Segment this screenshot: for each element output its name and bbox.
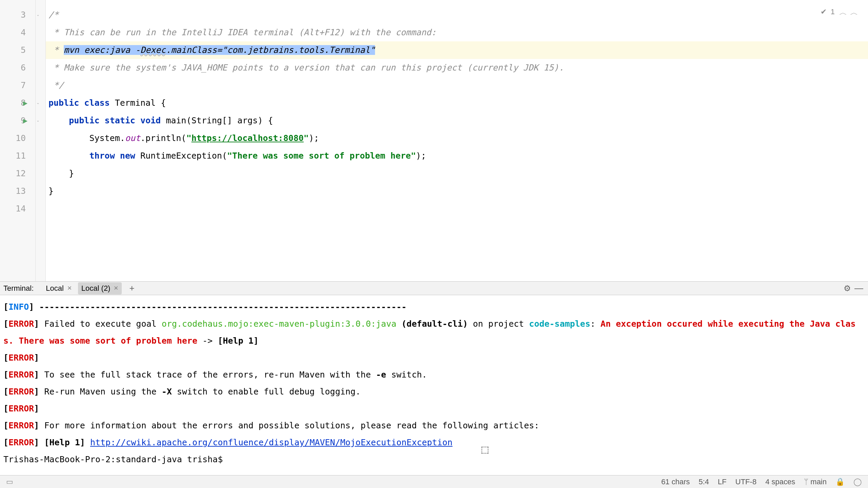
line-number[interactable]: 14 xyxy=(0,200,35,218)
close-icon[interactable]: ✕ xyxy=(67,285,72,292)
code-line[interactable]: System.out.println("https://localhost:80… xyxy=(46,129,868,147)
status-bar: ▭ 61 chars 5:4 LF UTF-8 4 spaces ᛘ main … xyxy=(0,475,868,488)
terminal-line: [ERROR] To see the full stack trace of t… xyxy=(3,366,865,383)
line-number[interactable]: 11 xyxy=(0,147,35,165)
code-line[interactable]: * mvn exec:java -Dexec.mainClass="com.je… xyxy=(46,41,868,59)
fold-toggle-icon[interactable]: ⌄ xyxy=(36,12,40,17)
terminal-tab-label: Local xyxy=(46,284,64,293)
code-line[interactable]: */ xyxy=(46,77,868,94)
terminal-tab-label: Local (2) xyxy=(81,284,111,293)
mouse-cursor-icon: ⬚ xyxy=(481,444,489,455)
fold-gutter: ⌄⌄⌄ xyxy=(36,0,46,281)
selection-chars[interactable]: 61 chars xyxy=(661,477,690,486)
terminal-line: [INFO] ---------------------------------… xyxy=(3,299,865,316)
line-number[interactable]: 13 xyxy=(0,182,35,200)
code-line[interactable]: } xyxy=(46,165,868,182)
hide-panel-button[interactable]: — xyxy=(854,283,863,293)
run-gutter-icon[interactable]: ▶ xyxy=(23,100,27,107)
editor-area: 34567▶8▶91011121314 ⌄⌄⌄ /* * This can be… xyxy=(0,0,868,281)
code-line[interactable]: public class Terminal { xyxy=(46,94,868,112)
line-separator[interactable]: LF xyxy=(718,477,727,486)
chevron-up-icon[interactable]: 〈 xyxy=(837,8,848,16)
terminal-line: [ERROR] xyxy=(3,400,865,417)
terminal-new-tab-button[interactable]: + xyxy=(124,283,139,293)
caret-position[interactable]: 5:4 xyxy=(699,477,709,486)
line-number[interactable]: 4 xyxy=(0,24,35,41)
terminal-label: Terminal: xyxy=(3,284,40,293)
tool-window-quick-access-icon[interactable]: ▭ xyxy=(6,477,13,486)
line-number[interactable]: 9 xyxy=(0,112,35,129)
indent-setting[interactable]: 4 spaces xyxy=(765,477,795,486)
code-line[interactable]: } xyxy=(46,182,868,200)
editor-inspection-widget[interactable]: ✔1 〈 〉 xyxy=(821,7,858,17)
line-number[interactable]: 3 xyxy=(0,6,35,24)
code-line[interactable]: throw new RuntimeException("There was so… xyxy=(46,147,868,165)
code-line[interactable] xyxy=(46,200,868,218)
code-line[interactable]: * Make sure the system's JAVA_HOME point… xyxy=(46,59,868,77)
terminal-panel: Terminal: Local✕Local (2)✕ + ⚙ — [INFO] … xyxy=(0,281,868,468)
terminal-output[interactable]: [INFO] ---------------------------------… xyxy=(0,295,868,468)
chevron-down-icon[interactable]: 〉 xyxy=(849,8,859,16)
inspection-count: 1 xyxy=(831,7,835,16)
line-number[interactable]: 7 xyxy=(0,77,35,94)
fold-toggle-icon[interactable]: ⌄ xyxy=(36,100,40,105)
line-number[interactable]: 10 xyxy=(0,129,35,147)
line-number[interactable]: 6 xyxy=(0,59,35,77)
line-number[interactable]: 12 xyxy=(0,165,35,182)
terminal-line: [ERROR] For more information about the e… xyxy=(3,417,865,434)
line-number-gutter: 34567▶8▶91011121314 xyxy=(0,0,36,281)
lock-icon[interactable]: 🔒 xyxy=(835,477,845,486)
code-line[interactable]: public static void main(String[] args) { xyxy=(46,112,868,129)
line-number[interactable]: 5 xyxy=(0,41,35,59)
terminal-tab[interactable]: Local✕ xyxy=(42,282,75,294)
line-number[interactable]: 8 xyxy=(0,94,35,112)
git-branch[interactable]: ᛘ main xyxy=(804,477,827,486)
terminal-line: [ERROR] Failed to execute goal org.codeh… xyxy=(3,316,865,349)
search-icon[interactable]: ◯ xyxy=(853,477,862,486)
terminal-line: Trishas-MacBook-Pro-2:standard-java tris… xyxy=(3,451,865,468)
close-icon[interactable]: ✕ xyxy=(114,285,118,292)
terminal-line: [ERROR] [Help 1] http://cwiki.apache.org… xyxy=(3,434,865,451)
terminal-tab-bar: Terminal: Local✕Local (2)✕ + ⚙ — xyxy=(0,282,868,295)
terminal-link[interactable]: http://cwiki.apache.org/confluence/displ… xyxy=(90,438,453,447)
terminal-tab[interactable]: Local (2)✕ xyxy=(78,282,122,294)
code-line[interactable]: /* xyxy=(46,6,868,24)
file-encoding[interactable]: UTF-8 xyxy=(735,477,756,486)
gear-icon[interactable]: ⚙ xyxy=(844,284,851,293)
terminal-line: [ERROR] xyxy=(3,349,865,366)
terminal-line: [ERROR] Re-run Maven using the -X switch… xyxy=(3,383,865,400)
code-editor[interactable]: /* * This can be run in the IntelliJ IDE… xyxy=(46,0,868,281)
fold-toggle-icon[interactable]: ⌄ xyxy=(36,118,40,123)
code-line[interactable]: * This can be run in the IntelliJ IDEA t… xyxy=(46,24,868,41)
check-icon: ✔ xyxy=(821,7,827,16)
branch-icon: ᛘ xyxy=(804,477,810,486)
run-gutter-icon[interactable]: ▶ xyxy=(23,117,27,124)
